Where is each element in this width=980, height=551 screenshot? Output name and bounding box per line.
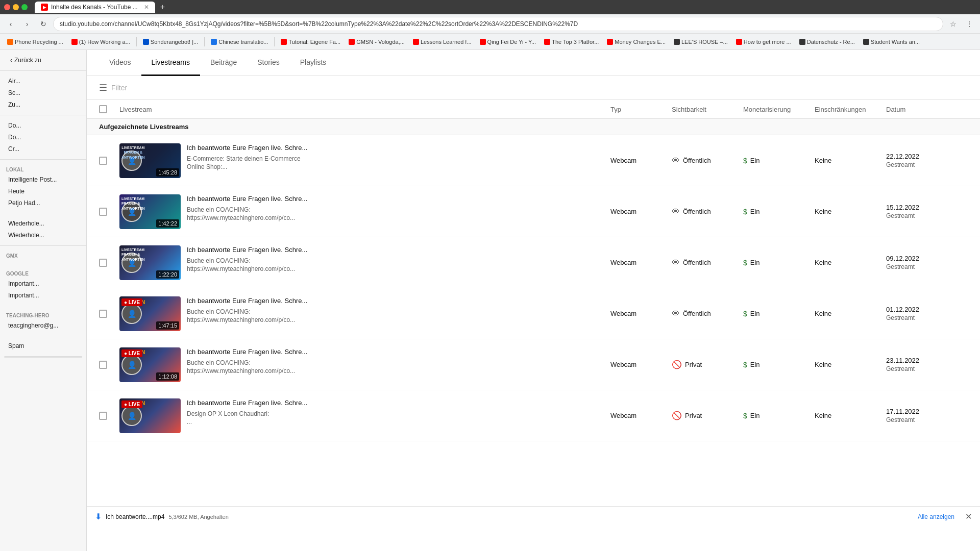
video-info-3: Ich beantworte Eure Fragen live. Schre..… (187, 245, 307, 274)
refresh-button[interactable]: ↻ (37, 17, 50, 31)
filter-placeholder[interactable]: Filter (111, 84, 127, 92)
filter-bar: ☰ Filter (87, 76, 980, 100)
bookmark-button[interactable]: ☆ (946, 17, 960, 31)
row-checkbox-6[interactable] (99, 412, 107, 420)
sidebar-wiederhole2[interactable]: Wiederhole... (2, 230, 84, 241)
sidebar-back-button[interactable]: ‹ Zurück zu (4, 55, 82, 66)
sidebar-scrollbar[interactable] (4, 356, 82, 358)
download-close-button[interactable]: ✕ (965, 512, 972, 521)
video-title-2: Ich beantworte Eure Fragen live. Schre..… (187, 194, 307, 204)
row-visibility-6: 🚫 Privat (672, 411, 743, 420)
row-checkbox-5[interactable] (99, 361, 107, 369)
video-info-6: Ich beantworte Eure Fragen live. Schre..… (187, 398, 307, 427)
bookmark-howworking[interactable]: (1) How Working a... (68, 37, 133, 46)
download-showall-button[interactable]: Alle anzeigen (918, 513, 954, 520)
video-desc-5: Buche ein COACHING: (187, 359, 307, 367)
monetization-icon-6: $ (743, 412, 747, 420)
thumbnail-2: 👤 LIVESTREAM FRAGEN & ANTWORTEN 1:42:22 (119, 194, 181, 229)
tab-playlists[interactable]: Playlists (290, 50, 336, 76)
bookmark-top3[interactable]: The Top 3 Platfor... (541, 37, 602, 46)
row-type-1: Webcam (610, 157, 672, 164)
row-check-1 (99, 157, 119, 165)
tab-videos[interactable]: Videos (99, 50, 141, 76)
close-tab-button[interactable]: ✕ (144, 4, 149, 11)
bookmark-money[interactable]: Money Changes E... (604, 37, 669, 46)
active-browser-tab[interactable]: ▶ Inhalte des Kanals - YouTube ... ✕ (35, 2, 155, 13)
video-info-2: Ich beantworte Eure Fragen live. Schre..… (187, 194, 307, 223)
extensions-button[interactable]: ⋮ (963, 17, 976, 31)
bookmark-qing[interactable]: Qing Fei De Yi - Y... (477, 37, 540, 46)
bookmark-phone[interactable]: Phone Recycling ... (4, 37, 66, 46)
thumbnail-6: 👤 FRAGEN ● LIVE (119, 398, 181, 433)
sidebar-teaching-email[interactable]: teacginghero@g... (2, 320, 84, 331)
table-row[interactable]: 👤 LIVESTREAM FRAGEN & ANTWORTEN 1:45:28 … (87, 135, 980, 186)
bookmark-howtoget[interactable]: How to get more ... (733, 37, 794, 46)
tab-livestreams[interactable]: Livestreams (141, 50, 200, 76)
row-monetization-6: $ Ein (743, 412, 815, 420)
sidebar-important2[interactable]: Important... (2, 290, 84, 301)
download-filename: Ich beantworte....mp4 (106, 513, 164, 520)
sidebar-intelligente-post[interactable]: Intelligente Post... (2, 174, 84, 185)
select-all-checkbox[interactable] (99, 105, 107, 113)
bookmark-favicon (349, 39, 355, 45)
close-window-button[interactable] (4, 4, 10, 10)
visibility-icon-4: 👁 (672, 309, 680, 318)
sidebar-heute[interactable]: Heute (2, 186, 84, 197)
sidebar-item-cr[interactable]: Cr... (2, 143, 84, 155)
tab-beitrage[interactable]: Beiträge (200, 50, 247, 76)
bookmark-chinese[interactable]: Chinese translatio... (208, 37, 271, 46)
forward-button[interactable]: › (20, 17, 34, 31)
row-title-3: 👤 LIVESTREAM FRAGEN & ANTWORTEN 1:22:20 … (119, 245, 610, 280)
row-date-4: 01.12.2022 Gestreamt (886, 306, 968, 321)
row-monetization-3: $ Ein (743, 259, 815, 267)
sidebar-google-header: Google (0, 268, 86, 278)
sidebar-important1[interactable]: Important... (2, 278, 84, 289)
filter-icon: ☰ (99, 82, 107, 93)
row-monetization-4: $ Ein (743, 310, 815, 318)
bookmark-lessons[interactable]: Lessons Learned f... (410, 37, 475, 46)
bookmark-separator (274, 37, 275, 46)
sidebar-item-do1[interactable]: Do... (2, 120, 84, 131)
header-check (99, 105, 119, 113)
visibility-icon-2: 👁 (672, 207, 680, 216)
row-checkbox-1[interactable] (99, 157, 107, 165)
video-title-1: Ich beantworte Eure Fragen live. Schre..… (187, 143, 307, 153)
url-bar[interactable]: studio.youtube.com/channel/UCw8tq5Kbtx48… (53, 17, 943, 31)
sidebar-petjo[interactable]: Petjo Had... (2, 197, 84, 209)
row-checkbox-3[interactable] (99, 259, 107, 267)
bookmark-favicon (71, 39, 78, 45)
sidebar-wiederhole1[interactable]: Wiederhole... (2, 218, 84, 229)
minimize-window-button[interactable] (13, 4, 19, 10)
row-checkbox-4[interactable] (99, 310, 107, 318)
bookmark-tutorial[interactable]: Tutorial: Eigene Fa... (278, 37, 344, 46)
table-row[interactable]: 👤 FRAGEN ● LIVE 1:12:08 Ich beantworte E… (87, 339, 980, 390)
sidebar-spam[interactable]: Spam (2, 340, 84, 352)
sidebar-item-do2[interactable]: Do... (2, 132, 84, 143)
table-row[interactable]: 👤 FRAGEN ● LIVE Ich beantworte Eure Frag… (87, 390, 980, 441)
maximize-window-button[interactable] (21, 4, 28, 10)
tab-stories[interactable]: Stories (247, 50, 290, 76)
bookmark-lee[interactable]: LEE'S HOUSE –... (671, 37, 731, 46)
left-sidebar: ‹ Zurück zu Air... Sc... Zu... Do... Do.… (0, 50, 87, 551)
video-desc-3b: https://www.myteachinghero.com/p/co... (187, 265, 307, 273)
table-row[interactable]: 👤 LIVESTREAM FRAGEN & ANTWORTEN 1:42:22 … (87, 186, 980, 237)
bookmark-gmsn[interactable]: GMSN - Vologda,... (346, 37, 408, 46)
header-visibility: Sichtbarkeit (672, 106, 743, 113)
sidebar-item-air[interactable]: Air... (2, 76, 84, 87)
header-date: Datum (886, 106, 968, 113)
row-title-5: 👤 FRAGEN ● LIVE 1:12:08 Ich beantworte E… (119, 347, 610, 382)
bookmark-datenschutz[interactable]: Datenschutz - Re... (796, 37, 858, 46)
table-header: Livestream Typ Sichtbarkeit Monetarisier… (87, 100, 980, 119)
table-row[interactable]: 👤 FRAGEN ● LIVE 1:47:15 Ich beantworte E… (87, 288, 980, 339)
sidebar-item-sc[interactable]: Sc... (2, 87, 84, 98)
table-row[interactable]: 👤 LIVESTREAM FRAGEN & ANTWORTEN 1:22:20 … (87, 237, 980, 288)
row-type-5: Webcam (610, 361, 672, 368)
bookmark-student[interactable]: Student Wants an... (860, 37, 923, 46)
row-checkbox-2[interactable] (99, 208, 107, 216)
bookmark-sonderangebot[interactable]: Sonderangebot! |... (140, 37, 201, 46)
monetization-icon-4: $ (743, 310, 747, 318)
new-tab-button[interactable]: + (160, 3, 165, 12)
back-button[interactable]: ‹ (4, 17, 17, 31)
download-bar: ⬇ Ich beantworte....mp4 5,3/602 MB, Ange… (87, 506, 980, 527)
sidebar-item-zu[interactable]: Zu... (2, 99, 84, 110)
